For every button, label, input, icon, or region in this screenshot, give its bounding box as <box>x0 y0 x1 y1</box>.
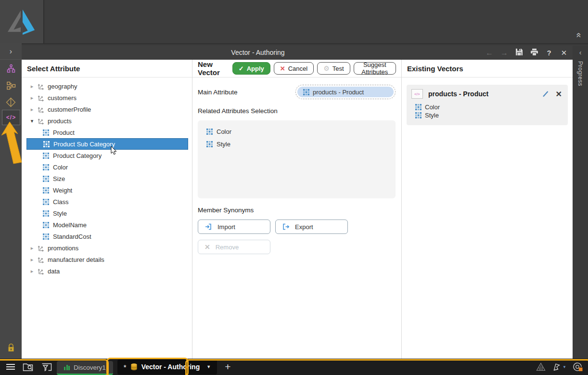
tree-node-customerprofile[interactable]: ▸ customerProfile <box>26 103 188 115</box>
lock-icon[interactable] <box>0 343 22 353</box>
tree-attribute-color[interactable]: Color <box>26 161 188 173</box>
tree-attribute-product-sub-category[interactable]: Product Sub Category <box>26 138 188 150</box>
tree-attribute-size[interactable]: Size <box>26 173 188 184</box>
app-logo[interactable] <box>0 0 44 43</box>
new-window-icon[interactable] <box>41 362 52 372</box>
progress-panel-label: Progress <box>577 61 584 86</box>
tree-attribute-modelname[interactable]: ModelName <box>26 219 188 231</box>
remove-button[interactable]: ✕ Remove <box>198 240 270 254</box>
tree-node-label: products <box>48 117 72 125</box>
connection-status-icon[interactable] <box>573 362 583 372</box>
tree-attribute-product-category[interactable]: Product Category <box>26 150 188 161</box>
expand-progress-icon[interactable]: ‹ <box>573 46 588 56</box>
attribute-grid-icon <box>43 233 49 240</box>
tree-node-products[interactable]: ▾ products <box>26 115 188 127</box>
progress-panel-rail[interactable]: ‹ Progress <box>573 46 588 359</box>
existing-vectors-panel: Existing Vectors </> products - Product … <box>402 60 573 359</box>
hierarchy-tool-icon[interactable] <box>0 64 22 74</box>
help-icon[interactable]: ? <box>544 49 554 57</box>
close-icon[interactable]: ✕ <box>559 49 569 57</box>
cancel-button[interactable]: ✕ Cancel <box>274 62 314 75</box>
import-icon <box>205 223 212 231</box>
expand-sidebar-icon[interactable]: › <box>0 43 22 60</box>
tree-attribute-label: Color <box>53 164 68 171</box>
suggest-attributes-button[interactable]: Suggest Attributes <box>354 62 396 75</box>
dimension-icon <box>38 268 45 275</box>
attribute-grid-icon <box>43 187 49 194</box>
tree-node-promotions[interactable]: ▸ promotions <box>26 242 188 254</box>
apply-button[interactable]: ✓ Apply <box>232 62 270 75</box>
tab-vector-authoring[interactable]: * Vector - Authoring ▼ <box>117 360 217 375</box>
collapse-caret-icon[interactable]: ▾ <box>29 118 35 124</box>
new-tab-button[interactable]: + <box>225 361 230 373</box>
modified-indicator: * <box>124 363 127 371</box>
tree-attribute-label: Style <box>53 210 67 217</box>
expand-caret-icon[interactable]: ▸ <box>29 268 35 274</box>
attribute-grid-icon <box>43 129 49 136</box>
tree-attribute-standardcost[interactable]: StandardCost <box>26 231 188 242</box>
top-strip: » <box>0 0 588 44</box>
tree-node-geography[interactable]: ▸ geography <box>26 80 188 92</box>
dimension-icon <box>38 94 45 102</box>
main-attribute-dropzone[interactable]: products - Product <box>295 85 396 99</box>
export-button[interactable]: Export <box>275 220 348 234</box>
related-attributes-label: Related Attributes Selection <box>198 107 396 115</box>
test-button[interactable]: ⚙ Test <box>317 62 350 75</box>
vector-authoring-tool-icon[interactable]: </> <box>2 110 20 125</box>
content-browser-icon[interactable] <box>23 362 34 372</box>
tree-node-data[interactable]: ▸ data <box>26 265 188 277</box>
pyramid-status-icon[interactable] <box>536 362 546 371</box>
menu-icon[interactable] <box>6 364 15 370</box>
expand-caret-icon[interactable]: ▸ <box>29 95 35 101</box>
attribute-grid-icon <box>43 222 49 228</box>
existing-vector-card: </> products - Product ✕ Color <box>407 85 568 125</box>
dimension-icon <box>38 256 45 263</box>
related-attribute-style[interactable]: Style <box>198 138 396 150</box>
pin-icon[interactable] <box>552 362 561 371</box>
new-vector-title: New Vector <box>198 60 232 77</box>
attribute-grid-icon <box>43 210 49 217</box>
dimension-icon <box>38 245 45 252</box>
attribute-grid-icon <box>303 89 309 95</box>
expand-caret-icon[interactable]: ▸ <box>29 106 35 113</box>
expand-caret-icon[interactable]: ▸ <box>29 83 35 90</box>
member-synonyms-label: Member Synonyms <box>198 207 396 214</box>
titlebar: Vector - Authoring ← → ? ✕ <box>22 46 573 60</box>
attribute-grid-icon <box>43 176 49 182</box>
edit-pencil-icon[interactable] <box>542 90 550 98</box>
related-attribute-color[interactable]: Color <box>198 125 396 138</box>
cross-icon: ✕ <box>280 65 285 72</box>
forward-icon[interactable]: → <box>499 49 509 57</box>
print-icon[interactable] <box>529 48 539 57</box>
select-attribute-panel: Select Attribute ▸ geography▸ customers▸… <box>22 60 192 359</box>
tree-attribute-style[interactable]: Style <box>26 207 188 219</box>
diamond-tool-icon[interactable] <box>0 97 22 107</box>
import-button[interactable]: Import <box>198 220 270 234</box>
main-attribute-label: Main Attribute <box>198 89 238 96</box>
tree-attribute-class[interactable]: Class <box>26 196 188 207</box>
delete-vector-icon[interactable]: ✕ <box>556 90 562 99</box>
tab-menu-caret-icon[interactable]: ▼ <box>206 364 211 369</box>
tree-node-manufacturer-details[interactable]: ▸ manufacturer details <box>26 254 188 265</box>
gear-check-icon: ⚙ <box>323 65 330 72</box>
related-attributes-box[interactable]: Color Style <box>198 120 396 198</box>
tree-attribute-label: StandardCost <box>53 233 91 240</box>
collapse-top-icon[interactable]: » <box>573 33 583 38</box>
tree-node-customers[interactable]: ▸ customers <box>26 92 188 103</box>
back-icon[interactable]: ← <box>485 49 494 57</box>
tree-attribute-weight[interactable]: Weight <box>26 184 188 196</box>
expand-caret-icon[interactable]: ▸ <box>29 245 35 251</box>
tree-attribute-product[interactable]: Product <box>26 127 188 138</box>
application-window: » Vector - Authoring ← → ? ✕ › <box>0 0 588 375</box>
main-attribute-chip[interactable]: products - Product <box>297 87 394 97</box>
left-toolbar: › </> <box>0 43 22 359</box>
existing-vectors-title: Existing Vectors <box>407 65 463 73</box>
save-icon[interactable] <box>514 48 524 57</box>
attribute-grid-icon <box>206 129 213 135</box>
expand-caret-icon[interactable]: ▸ <box>29 257 35 263</box>
pin-menu-caret-icon[interactable]: ▼ <box>562 365 566 369</box>
model-tool-icon[interactable] <box>0 81 22 91</box>
main-content: Select Attribute ▸ geography▸ customers▸… <box>22 60 573 359</box>
tree-node-label: geography <box>48 83 77 90</box>
tab-discovery1[interactable]: Discovery1 <box>57 361 113 375</box>
